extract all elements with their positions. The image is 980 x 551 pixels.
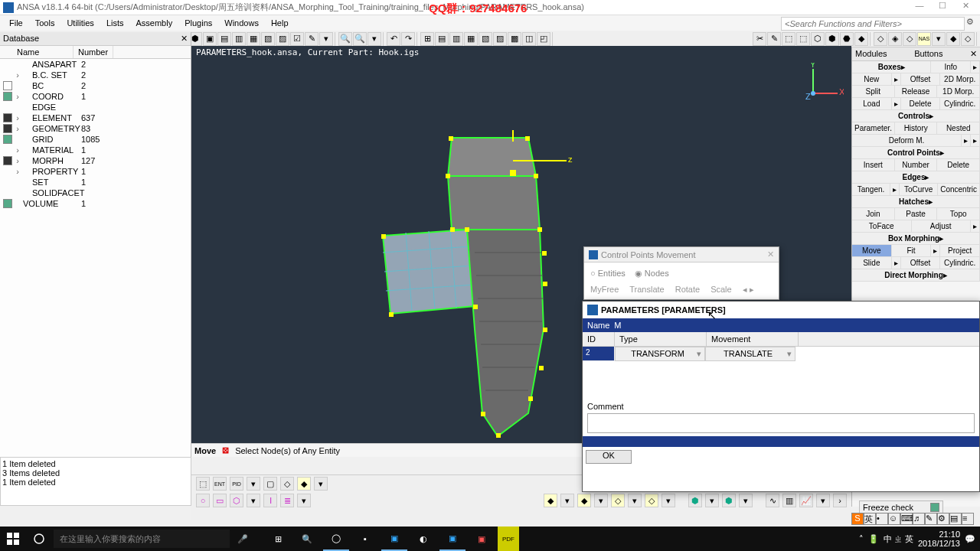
toolbar-button[interactable]: ▧	[479, 32, 492, 46]
bt-button[interactable]: ⬡	[230, 494, 243, 507]
rp-1dmorp[interactable]: 1D Morp.	[937, 86, 980, 97]
status-close-icon[interactable]: ⊠	[222, 445, 229, 455]
db-row-geometry[interactable]: ›GEOMETRY83	[0, 123, 191, 134]
expand-icon[interactable]: ›	[14, 167, 21, 176]
toolbar-button[interactable]: ▩	[508, 32, 521, 46]
toolbar-button[interactable]: ◇	[874, 32, 887, 46]
rp-delete[interactable]: Delete	[937, 159, 980, 171]
bt-button[interactable]: ›	[833, 494, 847, 507]
tray-ime[interactable]: 中 ㄓ 英	[884, 533, 913, 545]
name-input[interactable]	[614, 321, 975, 330]
bt-button[interactable]: 📈	[799, 494, 813, 507]
checkbox-icon[interactable]	[930, 503, 939, 512]
menu-lists[interactable]: Lists	[100, 17, 130, 29]
menu-assembly[interactable]: Assembly	[130, 17, 179, 29]
zoom-icon[interactable]: 🔍	[353, 32, 367, 46]
rp-offset[interactable]: Offset	[901, 73, 941, 85]
app-icon[interactable]: ▣	[469, 527, 495, 551]
bt-button[interactable]: ▾	[297, 494, 311, 507]
toolbar-button[interactable]: NAS	[917, 32, 931, 46]
rp-delete[interactable]: Delete	[901, 98, 941, 109]
db-row-solidfacet[interactable]: SOLIDFACET	[0, 187, 191, 198]
bt-button[interactable]: ▢	[263, 477, 277, 491]
entities-radio[interactable]: ○ Entities	[590, 269, 626, 279]
toolbar-button[interactable]: ◇	[903, 32, 916, 46]
mic-icon[interactable]: 🎤	[230, 527, 256, 551]
close-icon[interactable]: ✕	[970, 49, 977, 59]
bt-button[interactable]: Ⅰ	[263, 494, 277, 507]
gear-icon[interactable]: ⚙	[966, 17, 977, 28]
section-controls[interactable]: Controls▸	[852, 110, 980, 122]
menu-plugins[interactable]: Plugins	[178, 17, 218, 29]
bt-button[interactable]: ▾	[816, 494, 830, 507]
notifications-icon[interactable]: 💬	[965, 534, 975, 544]
search-input[interactable]	[781, 17, 965, 31]
rp-2dmorp[interactable]: 2D Morp.	[940, 73, 980, 85]
bt-button[interactable]: ▾	[662, 494, 675, 507]
bt-button[interactable]: ◆	[544, 494, 557, 507]
expand-icon[interactable]: ›	[14, 145, 21, 155]
section-edges[interactable]: Edges▸	[852, 171, 980, 183]
toolbar-button[interactable]: ⊞	[420, 32, 434, 46]
bt-button[interactable]: ∿	[766, 494, 779, 507]
rp-cylindric[interactable]: Cylindric.	[940, 98, 980, 109]
toolbar-button[interactable]: ⬡	[811, 32, 825, 46]
bt-button[interactable]: ⬢	[688, 494, 702, 507]
section-box-morphing[interactable]: Box Morphing▸	[852, 233, 980, 244]
menu-windows[interactable]: Windows	[218, 17, 265, 29]
toolbar-button[interactable]: ◆	[854, 32, 868, 46]
db-row-volume[interactable]: VOLUME1	[0, 198, 191, 209]
checkbox-icon[interactable]	[3, 124, 12, 133]
bt-button[interactable]: ◆	[577, 494, 591, 507]
taskbar-search[interactable]: 在这里输入你要搜索的内容	[54, 530, 230, 548]
app-icon[interactable]: ◐	[410, 527, 436, 551]
rp-load[interactable]: Load	[852, 98, 892, 109]
bt-button[interactable]: ≣	[280, 494, 294, 507]
comment-input[interactable]	[587, 413, 975, 433]
toolbar-button[interactable]: ✂	[753, 32, 766, 46]
toolbar-button[interactable]: ▨	[276, 32, 289, 46]
rp-paste[interactable]: Paste	[895, 208, 938, 220]
bt-button[interactable]: ▾	[628, 494, 642, 507]
db-row-ansapart[interactable]: ANSAPART2	[0, 59, 191, 70]
ansa-icon[interactable]: ▣	[381, 527, 407, 551]
expand-icon[interactable]: ›	[14, 113, 21, 122]
undo-button[interactable]: ↶	[387, 32, 400, 46]
search-app-icon[interactable]: 🔍	[294, 527, 320, 551]
expand-icon[interactable]: ›	[14, 156, 21, 165]
toolbar-button[interactable]: ✎	[767, 32, 781, 46]
tab-myfree[interactable]: MyFree	[590, 285, 619, 295]
toolbar-button[interactable]: ▨	[493, 32, 507, 46]
tray-icon[interactable]: ˄	[859, 534, 864, 544]
chrome-icon[interactable]: ◯	[323, 527, 349, 551]
toolbar-button[interactable]: ✎	[305, 32, 318, 46]
rp-offset[interactable]: Offset	[901, 257, 941, 269]
toolbar-button[interactable]: ◈	[888, 32, 902, 46]
terminal-icon[interactable]: ▪	[352, 527, 378, 551]
rp-adjust[interactable]: Adjust	[912, 220, 972, 232]
section-hatches[interactable]: Hatches▸	[852, 196, 980, 207]
toolbar-button[interactable]: ▥	[232, 32, 246, 46]
rp-join[interactable]: Join	[852, 208, 895, 220]
rp-topo[interactable]: Topo	[937, 208, 980, 220]
toolbar-button[interactable]: ▤	[435, 32, 449, 46]
toolbar-button[interactable]: ▾	[319, 32, 333, 46]
bt-button[interactable]: ▥	[782, 494, 796, 507]
bt-button[interactable]: ◇	[611, 494, 625, 507]
cell-movement[interactable]: TRANSLATE▾	[705, 347, 795, 361]
col-type[interactable]: Type	[615, 332, 707, 346]
section-direct-morphing[interactable]: Direct Morphing▸	[852, 269, 980, 281]
tab-nav-icon[interactable]: ◂ ▸	[743, 285, 754, 295]
rp-arrow[interactable]: ▸	[892, 257, 901, 269]
bt-button[interactable]: ▾	[247, 494, 260, 507]
rp-move[interactable]: Move	[852, 245, 892, 256]
rp-cylindric[interactable]: Cylindric.	[940, 257, 980, 269]
checkbox-icon[interactable]	[3, 113, 12, 122]
bt-button[interactable]: ▾	[314, 477, 328, 491]
bt-button[interactable]: ▾	[560, 494, 574, 507]
tray-icon[interactable]: 🔋	[868, 534, 879, 544]
db-row-bc[interactable]: BC2	[0, 80, 191, 91]
rp-arrow[interactable]: ▸	[892, 98, 901, 109]
toolbar-button[interactable]: ⬢	[825, 32, 839, 46]
db-row-b.c. set[interactable]: ›B.C. SET2	[0, 70, 191, 80]
